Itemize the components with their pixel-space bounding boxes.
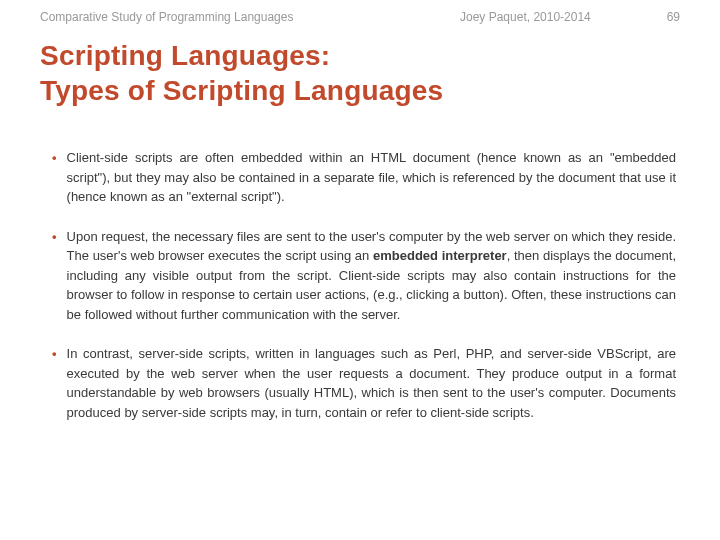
slide-header: Comparative Study of Programming Languag… [40, 10, 680, 24]
bullet-item: • Client-side scripts are often embedded… [52, 148, 676, 207]
bullet-text: Client-side scripts are often embedded w… [67, 148, 676, 207]
slide-title: Scripting Languages: Types of Scripting … [40, 38, 680, 108]
bullet-text: Upon request, the necessary files are se… [67, 227, 676, 325]
slide: Comparative Study of Programming Languag… [0, 0, 720, 540]
page-number: 69 [640, 10, 680, 24]
bullet-item: • In contrast, server-side scripts, writ… [52, 344, 676, 422]
bullet-icon: • [52, 148, 57, 207]
title-line-2: Types of Scripting Languages [40, 75, 443, 106]
bullet-text-bold: embedded interpreter [373, 248, 507, 263]
bullet-text-pre: In contrast, server-side scripts, writte… [67, 346, 676, 420]
slide-body: • Client-side scripts are often embedded… [40, 148, 680, 422]
bullet-text: In contrast, server-side scripts, writte… [67, 344, 676, 422]
bullet-icon: • [52, 227, 57, 325]
bullet-item: • Upon request, the necessary files are … [52, 227, 676, 325]
author-credit: Joey Paquet, 2010-2014 [460, 10, 640, 24]
title-line-1: Scripting Languages: [40, 40, 330, 71]
course-title: Comparative Study of Programming Languag… [40, 10, 460, 24]
bullet-text-pre: Client-side scripts are often embedded w… [67, 150, 676, 204]
bullet-icon: • [52, 344, 57, 422]
